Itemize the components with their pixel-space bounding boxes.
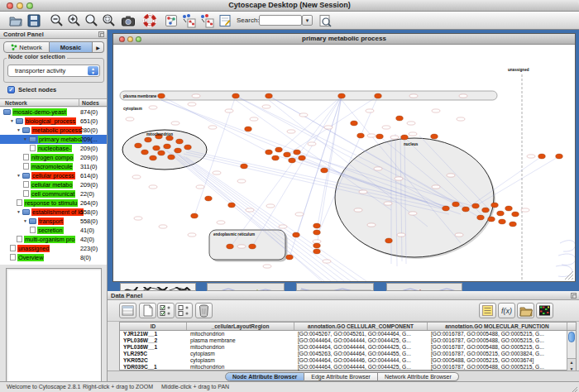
network-edge-loop[interactable] bbox=[560, 241, 575, 251]
network-node[interactable] bbox=[499, 219, 506, 224]
network-node[interactable] bbox=[313, 249, 321, 254]
table-cell[interactable]: [GO:0016787, GO:0005488, GO:0005215, G..… bbox=[428, 331, 567, 337]
network-node[interactable] bbox=[158, 151, 165, 155]
zoom-fit-icon[interactable] bbox=[84, 13, 99, 28]
network-node[interactable] bbox=[266, 150, 273, 155]
tree-row[interactable]: ▼transport558(0) bbox=[0, 217, 107, 226]
table-column-header[interactable]: ID bbox=[120, 323, 187, 330]
network-tree-header[interactable]: Network Nodes bbox=[0, 98, 107, 107]
network-node[interactable] bbox=[396, 116, 404, 121]
tab-mosaic[interactable]: Mosaic bbox=[50, 41, 93, 53]
table-cell[interactable]: [GO:0016787, GO:0005488, GO:0005215, G..… bbox=[428, 337, 567, 344]
network-node[interactable] bbox=[286, 255, 294, 260]
network-node[interactable] bbox=[191, 213, 199, 218]
network-node[interactable] bbox=[385, 238, 393, 243]
network-node[interactable] bbox=[512, 212, 519, 217]
attribute-table[interactable]: ID_cellularLayoutRegionannotation.GO CEL… bbox=[119, 322, 577, 370]
table-cell[interactable]: mitochondrion bbox=[187, 364, 294, 370]
tree-row[interactable]: nucleobase-209(0) bbox=[0, 144, 107, 153]
network-node[interactable] bbox=[462, 207, 470, 212]
float-panel-icon[interactable] bbox=[571, 293, 577, 299]
open-session-icon[interactable] bbox=[8, 13, 23, 28]
network-window-titlebar[interactable]: primary metabolic process bbox=[113, 34, 575, 45]
tree-row[interactable]: Overview8(0) bbox=[0, 253, 107, 262]
network-node[interactable] bbox=[482, 208, 490, 213]
table-column-header[interactable]: _cellularLayoutRegion bbox=[187, 323, 294, 330]
expand-arrow-icon[interactable]: ▼ bbox=[17, 173, 22, 178]
table-row[interactable]: YPL036W__1mitochondrion[GO:0044464, GO:0… bbox=[120, 344, 576, 351]
network-node[interactable] bbox=[205, 196, 213, 201]
select-all-attributes-icon[interactable] bbox=[157, 303, 175, 318]
tree-row[interactable]: response to stimulu264(0) bbox=[0, 198, 107, 208]
unselect-all-attributes-icon[interactable] bbox=[175, 303, 193, 318]
help-lifesaver-icon[interactable] bbox=[142, 13, 157, 28]
table-cell[interactable]: mitochondrion bbox=[187, 344, 294, 351]
network-node[interactable] bbox=[497, 211, 505, 216]
tree-row[interactable]: cellular metabo209(0) bbox=[0, 180, 107, 189]
tree-row[interactable]: ▼cellular process614(0) bbox=[0, 171, 107, 180]
table-cell[interactable]: YPL036W__2 bbox=[120, 337, 187, 344]
attribute-browser-tab[interactable]: Network Attribute Browser bbox=[378, 372, 459, 381]
network-node[interactable] bbox=[289, 158, 296, 163]
attribute-browser-tab[interactable]: Node Attribute Browser bbox=[225, 372, 304, 381]
network-node[interactable] bbox=[472, 203, 480, 208]
zoom-out-icon[interactable] bbox=[50, 13, 65, 28]
network-edge[interactable] bbox=[175, 153, 344, 281]
network-edge-loop[interactable] bbox=[558, 254, 575, 265]
table-row[interactable]: YLR295Ccytoplasm[GO:0045263, GO:0044464,… bbox=[120, 351, 576, 357]
create-network-selected-edges-icon[interactable] bbox=[199, 13, 214, 28]
network-node[interactable] bbox=[245, 127, 252, 131]
select-nodes-checkbox[interactable]: ✓ bbox=[7, 86, 15, 93]
expand-arrow-icon[interactable]: ▼ bbox=[23, 136, 29, 141]
table-cell[interactable]: [GO:0016787, GO:0005215, GO:0003824, G..… bbox=[428, 351, 567, 357]
node-color-dropdown[interactable]: transporter activity ▲▼ bbox=[7, 65, 100, 77]
network-node[interactable] bbox=[338, 93, 346, 98]
tab-network[interactable]: Network bbox=[3, 41, 50, 53]
table-cell[interactable]: [GO:0044464, GO:0044444, GO:0044425, G..… bbox=[294, 337, 428, 344]
network-node[interactable] bbox=[275, 147, 283, 152]
table-cell[interactable]: plasma membrane bbox=[187, 337, 294, 344]
tree-row[interactable]: macromolecule311(0) bbox=[0, 162, 107, 171]
table-cell[interactable]: YPL036W__1 bbox=[120, 344, 187, 351]
network-node[interactable] bbox=[293, 232, 300, 237]
table-cell[interactable]: YJR121W__1 bbox=[120, 331, 187, 337]
network-view-window[interactable]: primary metabolic process plasma membran… bbox=[112, 33, 576, 282]
network-node[interactable] bbox=[176, 139, 184, 144]
table-row[interactable]: YKR052Ccytoplasm[GO:0044464, GO:0044446,… bbox=[120, 357, 576, 364]
network-node[interactable] bbox=[184, 145, 192, 150]
resize-grip-icon[interactable] bbox=[569, 383, 578, 392]
network-node[interactable] bbox=[313, 230, 321, 235]
attribute-matrix-icon[interactable] bbox=[536, 303, 553, 318]
table-cell[interactable]: [GO:0016787, GO:0005488, GO:0005215, G..… bbox=[428, 364, 567, 370]
tree-row[interactable]: ▼primary metabo209(... bbox=[0, 135, 107, 144]
expand-arrow-icon[interactable]: ▼ bbox=[17, 209, 22, 214]
network-node[interactable] bbox=[505, 206, 513, 211]
scrollbar-arrows[interactable]: ▲▼ bbox=[567, 358, 576, 371]
expand-arrow-icon[interactable]: ▼ bbox=[23, 218, 29, 223]
network-node[interactable] bbox=[510, 222, 517, 227]
attribute-table-header[interactable]: ID_cellularLayoutRegionannotation.GO CEL… bbox=[120, 323, 576, 331]
tree-row[interactable]: unassigned223(0) bbox=[0, 244, 107, 253]
network-node[interactable] bbox=[556, 154, 563, 159]
import-attributes-icon[interactable] bbox=[517, 303, 534, 318]
table-cell[interactable]: [GO:0044464, GO:0044446, GO:0044444, G..… bbox=[294, 357, 428, 364]
network-node[interactable] bbox=[232, 93, 240, 98]
search-input[interactable] bbox=[259, 15, 302, 26]
delete-attribute-icon[interactable] bbox=[195, 303, 213, 318]
network-node[interactable] bbox=[168, 155, 175, 160]
create-attribute-icon[interactable] bbox=[139, 303, 156, 318]
table-column-header[interactable]: annotation.GO CELLULAR_COMPONENT bbox=[294, 323, 428, 330]
network-node[interactable] bbox=[376, 134, 384, 139]
table-cell[interactable]: [GO:0005488, GO:0005215, GO:0003674] bbox=[428, 357, 567, 364]
tree-row[interactable]: multi-organism pro42(0) bbox=[0, 235, 107, 244]
table-cell[interactable]: YKR052C bbox=[120, 357, 187, 364]
table-scrollbar[interactable]: ▲▼ bbox=[567, 331, 576, 371]
tree-row[interactable]: mosaic-demo-yeast874(0) bbox=[0, 108, 107, 117]
network-node[interactable] bbox=[145, 137, 152, 142]
network-node[interactable] bbox=[135, 143, 142, 148]
minimized-window-2[interactable] bbox=[207, 283, 285, 291]
select-attributes-icon[interactable] bbox=[119, 303, 136, 318]
network-node[interactable] bbox=[175, 148, 182, 153]
network-node[interactable] bbox=[491, 203, 499, 208]
network-node[interactable] bbox=[538, 154, 546, 159]
